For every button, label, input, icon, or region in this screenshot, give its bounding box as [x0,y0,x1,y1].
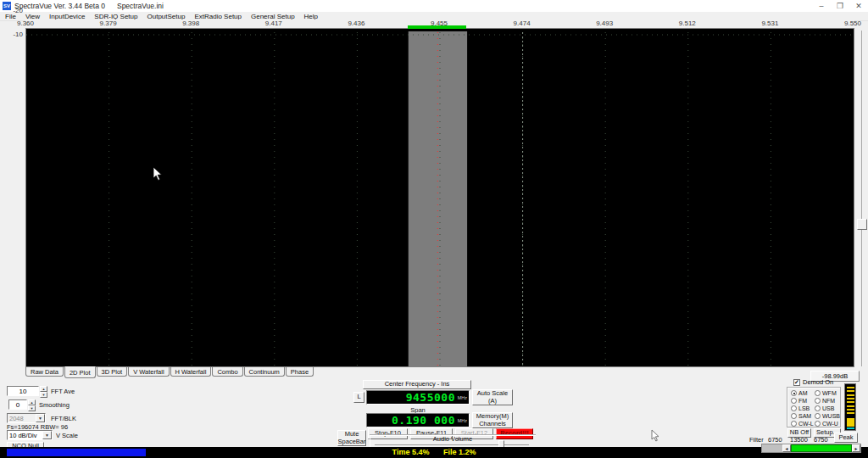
radio-label: WFM [822,390,837,396]
demod-modes-left: AMFMLSBSAMCW-L [791,389,814,427]
smoothing-input[interactable]: 0 [8,399,27,410]
radio-wusb[interactable]: WUSB [815,412,840,420]
vslider-track [861,31,862,366]
vertical-offset-slider[interactable] [856,31,867,366]
meter-segment [847,405,854,407]
passband-top-marker[interactable] [408,25,466,29]
close-button[interactable]: ✕ [849,0,868,12]
spin-up-icon[interactable]: ▲ [40,386,47,392]
v-scale-label: V Scale [56,432,78,439]
lock-button[interactable]: L [353,392,364,403]
radio-label: LSB [798,405,810,411]
freq-tick-label: 9.512 [679,20,696,27]
filter-high-value: 6750 [814,436,828,444]
meter-segment [847,401,854,403]
v-scale-select[interactable]: 10 dB/Div ▼ [7,430,53,440]
checkmark-icon[interactable]: ✓ [793,379,800,386]
scrollbar-thumb[interactable] [791,444,852,452]
scroll-left-icon[interactable]: ◄ [782,444,791,452]
radio-dot-icon [791,421,797,427]
mouse-cursor-icon [153,166,163,182]
tab-raw-data[interactable]: Raw Data [25,367,64,377]
meter-segment [847,412,854,414]
smoothing-spinner[interactable]: ▲▼ [28,399,36,410]
spectrum-trace-canvas [26,29,854,366]
radio-sam[interactable]: SAM [791,412,814,420]
minimize-button[interactable]: – [812,0,831,12]
radio-dot-icon [791,413,797,419]
status-text: Time 5.4% File 1.2% [0,448,868,456]
radio-cw-u[interactable]: CW-U [815,420,840,427]
tab-continuum[interactable]: Continuum [244,367,285,377]
center-frequency-button[interactable]: Center Frequency - Ins [363,380,471,389]
radio-label: FM [798,398,807,404]
radio-usb[interactable]: USB [815,405,840,412]
demod-on-checkbox[interactable]: ✓ Demod On [793,378,833,386]
center-frequency-display[interactable]: 9455000 MHz [366,390,470,405]
maximize-button[interactable]: ❐ [831,0,849,12]
spin-down-icon[interactable]: ▼ [28,405,36,411]
window-title: SpectraVue Ver. 3.44 Beta 0 [14,2,105,10]
freq-tick-label: 9.398 [182,20,199,27]
spectrum-plot[interactable] [25,28,854,367]
radio-label: CW-L [798,421,814,427]
freq-tick-label: 9.550 [844,20,861,27]
tuning-scrollbar[interactable]: ◄ ► [761,444,861,453]
radio-wfm[interactable]: WFM [815,389,840,397]
radio-label: WUSB [822,413,840,419]
audio-level-meter [844,383,856,431]
vslider-thumb[interactable] [857,219,867,230]
freq-tick-label: 9.474 [514,20,531,27]
freq-tick-label: 9.379 [100,20,117,27]
spin-up-icon[interactable]: ▲ [28,399,36,405]
tab-2d-plot[interactable]: 2D Plot [64,366,96,378]
audio-volume-label: Audio Volume [370,435,536,443]
title-bar: SV SpectraVue Ver. 3.44 Beta 0 SpectraVu… [0,0,868,13]
config-file-name: SpectraVue.ini [117,2,164,10]
spin-down-icon[interactable]: ▼ [40,392,47,398]
smoothing-label: Smoothing [39,401,70,409]
peak-button[interactable]: Peak [834,433,858,443]
scrollbar-track[interactable] [762,444,782,452]
chevron-down-icon[interactable]: ▼ [36,414,45,422]
chevron-down-icon[interactable]: ▼ [42,431,52,439]
radio-am[interactable]: AM [791,389,814,397]
time-percent: Time 5.4% [392,448,430,456]
freq-tick-label: 9.493 [596,20,613,27]
file-percent: File 1.2% [443,448,476,456]
radio-label: AM [798,390,808,396]
fft-ave-spinner[interactable]: ▲▼ [40,386,47,396]
app-icon: SV [3,2,11,10]
span-display[interactable]: 0.190 000 MHz [366,413,470,427]
audio-volume-track[interactable] [375,444,529,445]
tab-combo[interactable]: Combo [212,367,242,377]
tab-h-waterfall[interactable]: H Waterfall [170,367,212,377]
memory-channels-button[interactable]: Memory(M) Channels [472,412,513,428]
radio-nfm[interactable]: NFM [815,397,840,405]
meter-segment [847,409,854,411]
spectravue-window: SV SpectraVue Ver. 3.44 Beta 0 SpectraVu… [0,0,868,458]
meter-segment [847,390,854,392]
db-tick-label: -10 [13,31,23,38]
fft-ave-input[interactable]: 10 [7,386,39,396]
tab-phase[interactable]: Phase [286,367,314,377]
scroll-right-icon[interactable]: ► [852,444,860,452]
fft-blk-select[interactable]: 2048 ▼ [7,413,46,423]
display-tabs: Raw Data2D Plot3D PlotV WaterfallH Water… [25,367,314,377]
freq-tick-label: 9.417 [265,20,282,27]
freq-tick-label: 9.531 [761,20,778,27]
tab-v-waterfall[interactable]: V Waterfall [128,367,169,377]
radio-label: SAM [798,413,811,419]
radio-lsb[interactable]: LSB [791,405,814,412]
db-tick-label: -20 [13,6,23,14]
auto-scale-button[interactable]: Auto Scale (A) [472,389,513,405]
radio-dot-icon [815,421,821,427]
radio-cw-l[interactable]: CW-L [791,420,814,427]
mute-button[interactable]: Mute SpaceBar [337,430,366,446]
fft-blk-label: FFT/BLK [51,415,76,422]
status-bar: Time 5.4% File 1.2% [0,447,868,458]
radio-fm[interactable]: FM [791,397,814,405]
tab-3d-plot[interactable]: 3D Plot [97,367,128,377]
radio-dot-icon [791,390,797,396]
radio-label: NFM [822,398,835,404]
